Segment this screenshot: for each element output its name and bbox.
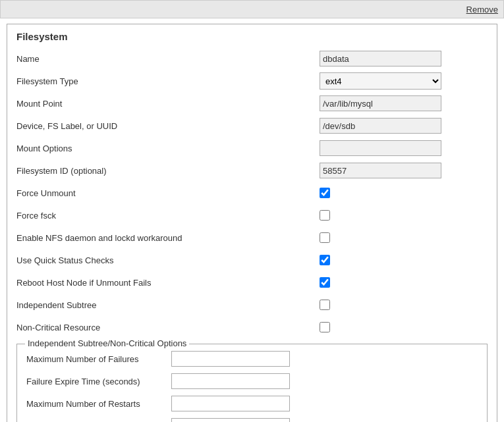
restart-expire-row: Restart Expire Time (seconds) bbox=[26, 418, 478, 422]
mount-point-label: Mount Point bbox=[16, 99, 320, 109]
enable-nfs-label: Enable NFS daemon and lockd workaround bbox=[16, 233, 320, 243]
device-input[interactable] bbox=[320, 118, 441, 134]
force-unmount-label: Force Unmount bbox=[16, 188, 320, 198]
remove-link[interactable]: Remove bbox=[466, 5, 498, 14]
max-failures-input[interactable] bbox=[171, 351, 290, 367]
force-fsck-label: Force fsck bbox=[16, 211, 320, 221]
filesystem-section: Filesystem Name Filesystem Type ext4 xfs… bbox=[7, 24, 497, 422]
independent-subtree-label: Independent Subtree bbox=[16, 300, 320, 310]
quick-status-row: Use Quick Status Checks bbox=[16, 251, 488, 269]
force-unmount-checkbox[interactable] bbox=[320, 188, 330, 198]
top-bar: Remove bbox=[0, 0, 504, 18]
page-wrapper: Remove Filesystem Name Filesystem Type e… bbox=[0, 0, 504, 422]
max-restarts-label: Maximum Number of Restarts bbox=[26, 399, 171, 409]
force-unmount-row: Force Unmount bbox=[16, 184, 488, 201]
independent-subtree-row: Independent Subtree bbox=[16, 296, 488, 313]
force-fsck-row: Force fsck bbox=[16, 207, 488, 224]
max-failures-label: Maximum Number of Failures bbox=[26, 354, 171, 364]
failure-expire-input[interactable] bbox=[171, 373, 290, 389]
device-row: Device, FS Label, or UUID bbox=[16, 117, 488, 134]
mount-options-label: Mount Options bbox=[16, 144, 320, 153]
subtree-options-box: Independent Subtree/Non-Critical Options… bbox=[16, 344, 488, 422]
independent-subtree-checkbox[interactable] bbox=[320, 300, 330, 310]
failure-expire-label: Failure Expire Time (seconds) bbox=[26, 377, 171, 386]
failure-expire-row: Failure Expire Time (seconds) bbox=[26, 373, 478, 389]
quick-status-checkbox[interactable] bbox=[320, 255, 330, 265]
mount-point-input[interactable] bbox=[320, 95, 441, 111]
non-critical-checkbox[interactable] bbox=[320, 322, 330, 332]
filesystem-type-row: Filesystem Type ext4 xfs ext3 ext2 bbox=[16, 72, 488, 90]
subtree-legend: Independent Subtree/Non-Critical Options bbox=[25, 338, 189, 348]
force-fsck-checkbox[interactable] bbox=[320, 210, 330, 221]
filesystem-id-label: Filesystem ID (optional) bbox=[16, 166, 320, 176]
restart-expire-input[interactable] bbox=[171, 418, 290, 422]
mount-point-row: Mount Point bbox=[16, 95, 488, 112]
reboot-host-checkbox[interactable] bbox=[320, 277, 330, 288]
section-title: Filesystem bbox=[16, 31, 488, 42]
filesystem-type-select[interactable]: ext4 xfs ext3 ext2 bbox=[320, 73, 441, 89]
device-label: Device, FS Label, or UUID bbox=[16, 121, 320, 131]
mount-options-input[interactable] bbox=[320, 140, 441, 156]
enable-nfs-checkbox[interactable] bbox=[320, 232, 330, 243]
enable-nfs-row: Enable NFS daemon and lockd workaround bbox=[16, 229, 488, 246]
filesystem-id-row: Filesystem ID (optional) bbox=[16, 162, 488, 179]
name-label: Name bbox=[16, 54, 320, 64]
name-input[interactable] bbox=[320, 51, 441, 66]
filesystem-type-select-wrapper[interactable]: ext4 xfs ext3 ext2 bbox=[320, 72, 441, 90]
max-restarts-input[interactable] bbox=[171, 396, 290, 411]
reboot-host-row: Reboot Host Node if Unmount Fails bbox=[16, 274, 488, 291]
filesystem-id-input[interactable] bbox=[320, 163, 441, 178]
non-critical-label: Non-Critical Resource bbox=[16, 323, 320, 332]
non-critical-row: Non-Critical Resource bbox=[16, 319, 488, 336]
mount-options-row: Mount Options bbox=[16, 140, 488, 157]
filesystem-type-label: Filesystem Type bbox=[16, 76, 320, 86]
name-row: Name bbox=[16, 50, 488, 67]
quick-status-label: Use Quick Status Checks bbox=[16, 255, 320, 265]
max-failures-row: Maximum Number of Failures bbox=[26, 351, 478, 367]
reboot-host-label: Reboot Host Node if Unmount Fails bbox=[16, 278, 320, 288]
max-restarts-row: Maximum Number of Restarts bbox=[26, 396, 478, 411]
